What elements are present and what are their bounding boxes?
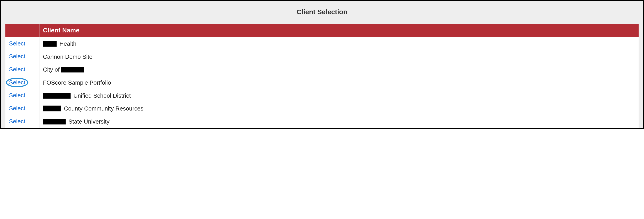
select-link[interactable]: Select [9, 66, 25, 73]
client-name-column-header: Client Name [39, 24, 638, 37]
table-row: Select County Community Resources [6, 102, 638, 115]
redaction-block [43, 119, 66, 124]
select-link[interactable]: Select [9, 118, 25, 125]
select-link[interactable]: Select [9, 53, 25, 60]
client-table: Client Name Select Health Select Cannon … [6, 24, 638, 128]
table-row: Select Unified School District [6, 89, 638, 102]
table-row: Select FOScore Sample Portfolio [6, 76, 638, 89]
table-row: Select Health [6, 37, 638, 50]
select-link[interactable]: Select [9, 105, 25, 112]
redaction-block [43, 106, 61, 111]
client-table-wrap: Client Name Select Health Select Cannon … [1, 24, 643, 128]
page-title: Client Selection [1, 8, 643, 16]
highlight-circle: Select [9, 79, 25, 86]
client-name-cell: State University [39, 115, 638, 128]
client-name-text: FOScore Sample Portfolio [43, 79, 111, 86]
header-area: Client Selection [1, 1, 643, 24]
client-name-cell: Cannon Demo Site [39, 50, 638, 63]
client-name-cell: Unified School District [39, 89, 638, 102]
client-name-text: Health [58, 40, 76, 47]
client-name-cell: City of [39, 63, 638, 76]
client-name-text: County Community Resources [62, 105, 144, 112]
select-link[interactable]: Select [9, 92, 25, 99]
redaction-block [61, 67, 84, 72]
action-column-header [6, 24, 39, 37]
client-name-text: Unified School District [72, 92, 131, 99]
client-name-text: City of [43, 66, 61, 73]
redaction-block [43, 93, 70, 99]
client-selection-frame: Client Selection Client Name Select Heal… [0, 0, 644, 129]
client-name-cell: County Community Resources [39, 102, 638, 115]
select-link[interactable]: Select [9, 79, 25, 86]
client-name-cell: FOScore Sample Portfolio [39, 76, 638, 89]
client-name-cell: Health [39, 37, 638, 50]
table-row: Select State University [6, 115, 638, 128]
client-name-text: State University [67, 118, 110, 125]
table-row: Select City of [6, 63, 638, 76]
redaction-block [43, 41, 56, 47]
table-row: Select Cannon Demo Site [6, 50, 638, 63]
select-link[interactable]: Select [9, 40, 25, 47]
client-name-text: Cannon Demo Site [43, 53, 93, 60]
